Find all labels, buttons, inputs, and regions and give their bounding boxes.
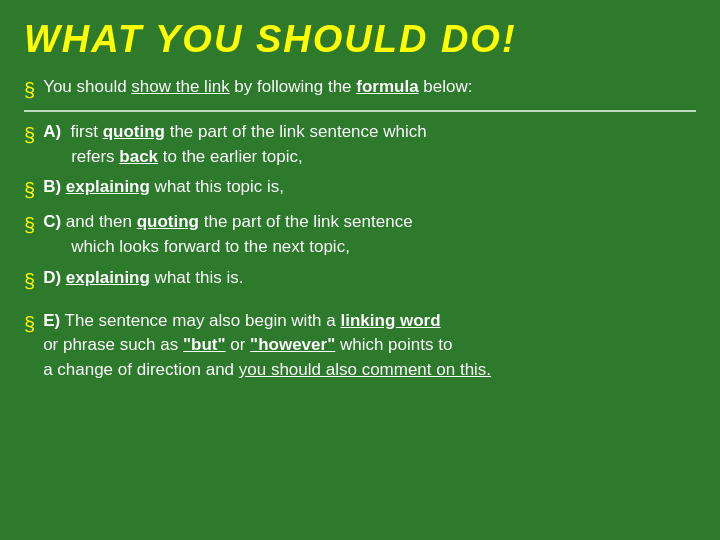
label-e: E) (43, 311, 60, 330)
bullet-d: § D) explaining what this is. (24, 266, 696, 295)
bullet-a: § A) first quoting the part of the link … (24, 120, 696, 169)
spacer-1 (24, 301, 696, 309)
bullet-b: § B) explaining what this topic is, (24, 175, 696, 204)
divider-1 (24, 110, 696, 112)
bullet-symbol-e: § (24, 310, 35, 338)
bullet-intro: § You should show the link by following … (24, 75, 696, 104)
label-c: C) (43, 212, 61, 231)
bullet-symbol-b: § (24, 176, 35, 204)
bullet-e-text: E) The sentence may also begin with a li… (43, 309, 696, 383)
page-title: WHAT YOU SHOULD DO! (24, 18, 696, 61)
quoting-c-text: quoting (137, 212, 199, 231)
however-text: "however" (250, 335, 335, 354)
bullet-a-text: A) first quoting the part of the link se… (43, 120, 696, 169)
bullet-e: § E) The sentence may also begin with a … (24, 309, 696, 383)
formula-text: formula (356, 77, 418, 96)
but-text: "but" (183, 335, 226, 354)
bullet-c-line2: which looks forward to the next topic, (71, 235, 696, 260)
bullet-b-text: B) explaining what this topic is, (43, 175, 696, 200)
bullet-c: § C) and then quoting the part of the li… (24, 210, 696, 259)
bullet-symbol-c: § (24, 211, 35, 239)
intro-text: You should show the link by following th… (43, 75, 696, 100)
label-a: A) (43, 122, 61, 141)
explaining-b-text: explaining (66, 177, 150, 196)
label-d: D) (43, 268, 61, 287)
bullet-symbol-d: § (24, 267, 35, 295)
bullet-d-text: D) explaining what this is. (43, 266, 696, 291)
content-area: § You should show the link by following … (24, 75, 696, 382)
bullet-symbol-a: § (24, 121, 35, 149)
show-link-text: show the link (131, 77, 229, 96)
linking-word-text: linking word (340, 311, 440, 330)
label-b: B) (43, 177, 61, 196)
bullet-c-text: C) and then quoting the part of the link… (43, 210, 696, 259)
back-text: back (119, 147, 158, 166)
bullet-a-line2: refers back to the earlier topic, (71, 145, 696, 170)
main-container: WHAT YOU SHOULD DO! § You should show th… (0, 0, 720, 540)
bullet-symbol-intro: § (24, 76, 35, 104)
comment-text: you should also comment on this. (239, 360, 491, 379)
quoting-a-text: quoting (103, 122, 165, 141)
explaining-d-text: explaining (66, 268, 150, 287)
